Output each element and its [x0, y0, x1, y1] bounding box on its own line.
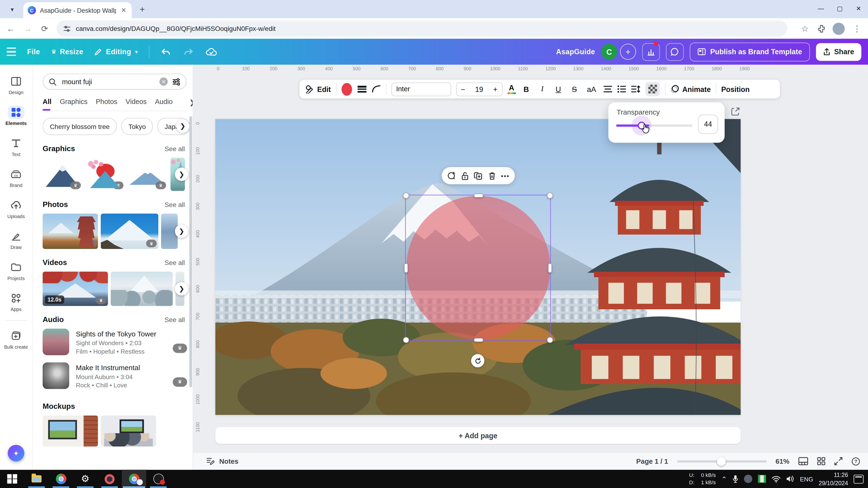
browser-profile-avatar[interactable] — [833, 22, 845, 35]
address-bar[interactable]: canva.com/design/DAGUQp__8G0/QFjcMiH5SOo… — [56, 21, 787, 36]
audio-see-all[interactable]: See all — [165, 316, 185, 323]
tab-photos[interactable]: Photos — [96, 98, 117, 110]
export-icon[interactable] — [731, 107, 740, 116]
graphics-see-all[interactable]: See all — [165, 145, 185, 153]
resize-handle-s[interactable] — [474, 338, 483, 342]
pages-view-button[interactable] — [798, 457, 808, 465]
window-maximize-icon[interactable]: ▢ — [830, 0, 849, 17]
new-tab-button[interactable]: + — [135, 2, 150, 17]
taskbar-file-explorer[interactable] — [24, 470, 49, 488]
chip-cherry-blossom-tree[interactable]: Cherry blossom tree — [43, 118, 117, 135]
sidebar-item-apps[interactable]: Apps — [0, 287, 31, 316]
bookmark-star-icon[interactable]: ☆ — [799, 24, 810, 33]
mockup-thumb[interactable] — [101, 416, 156, 447]
zoom-slider[interactable] — [677, 460, 767, 462]
graphic-thumb[interactable]: ♛ — [128, 158, 168, 191]
sidebar-item-brand[interactable]: co Brand — [0, 163, 31, 192]
browser-tab[interactable]: C AsapGuide - Desktop Wallpape ✕ — [23, 2, 132, 18]
sidebar-item-bulk-create[interactable]: Bulk create — [0, 325, 31, 354]
resize-handle-se[interactable] — [547, 337, 553, 343]
start-button[interactable] — [0, 470, 24, 488]
share-button[interactable]: Share — [816, 43, 861, 61]
resize-handle-n[interactable] — [474, 194, 483, 197]
edit-image-button[interactable]: Edit — [305, 85, 331, 94]
text-color-button[interactable]: BA — [507, 84, 516, 94]
transparency-value[interactable]: 44 — [698, 115, 718, 134]
list-icon[interactable] — [617, 85, 626, 93]
resize-handle-nw[interactable] — [403, 193, 409, 199]
taskbar-chrome[interactable] — [49, 470, 73, 488]
tray-clock-app-icon[interactable] — [744, 475, 752, 483]
chips-scroll-chevron-icon[interactable]: ❯ — [176, 120, 189, 133]
add-member-button[interactable]: + — [620, 44, 636, 60]
resize-handle-e[interactable] — [548, 263, 552, 273]
font-size-value[interactable]: 19 — [475, 85, 483, 93]
browser-menu-icon[interactable]: ⋮ — [851, 24, 863, 33]
panel-scrollbar[interactable] — [189, 116, 192, 387]
window-close-icon[interactable]: ✕ — [849, 0, 868, 17]
videos-next-chevron-icon[interactable]: ❯ — [175, 282, 188, 295]
underline-button[interactable]: U — [553, 85, 564, 93]
canvas-area[interactable]: 0100200300400500600700800900100011001200… — [193, 65, 868, 452]
comments-button[interactable] — [666, 43, 684, 61]
main-menu-icon[interactable] — [7, 47, 16, 56]
spacing-icon[interactable] — [631, 85, 640, 93]
insights-button[interactable] — [642, 43, 660, 61]
bold-button[interactable]: B — [521, 85, 532, 93]
zoom-slider-handle[interactable] — [717, 457, 726, 465]
clear-search-icon[interactable]: ✕ — [159, 77, 168, 86]
audio-item[interactable]: Sights of the Tokyo Tower Sight of Wonde… — [43, 329, 187, 355]
tab-graphics[interactable]: Graphics — [60, 98, 87, 110]
reload-icon[interactable]: ⟳ — [39, 24, 50, 33]
video-thumb[interactable]: 12.0s ♛ — [43, 271, 108, 306]
graphic-thumb[interactable]: ♛ — [43, 158, 83, 191]
border-style-icon[interactable] — [372, 85, 381, 93]
lock-icon[interactable] — [461, 171, 469, 180]
grid-view-button[interactable] — [817, 457, 825, 465]
graphics-next-chevron-icon[interactable]: ❯ — [175, 168, 188, 181]
canva-assistant-button[interactable]: ✦ — [8, 445, 24, 461]
publish-brand-template-button[interactable]: Publish as Brand Template — [690, 42, 810, 61]
font-family-selector[interactable]: Inter — [391, 82, 451, 96]
sidebar-item-projects[interactable]: Projects — [0, 256, 31, 286]
resize-handle-w[interactable] — [404, 263, 408, 273]
tab-audio[interactable]: Audio — [155, 98, 173, 110]
editing-mode-dropdown[interactable]: Editing ▾ — [94, 47, 138, 56]
tabs-scroll-chevron-icon[interactable]: ❯ — [189, 98, 193, 110]
audio-item[interactable]: Make It Instrumental Mount Auburn • 3:04… — [43, 362, 187, 389]
selection-box[interactable] — [405, 195, 551, 341]
file-menu[interactable]: File — [27, 47, 40, 56]
search-box[interactable]: ✕ — [43, 73, 187, 90]
more-options-icon[interactable]: ••• — [501, 172, 510, 180]
action-center-icon[interactable] — [854, 475, 864, 484]
undo-icon[interactable] — [161, 46, 172, 57]
sidebar-item-uploads[interactable]: Uploads — [0, 194, 31, 224]
notes-button[interactable]: Notes — [219, 457, 239, 465]
search-input[interactable] — [61, 77, 155, 86]
resize-handle-sw[interactable] — [403, 337, 409, 343]
tab-all[interactable]: All — [43, 98, 52, 110]
language-indicator[interactable]: ENG — [800, 476, 813, 482]
sidebar-item-elements[interactable]: Elements — [0, 101, 31, 130]
taskbar-settings[interactable]: ⚙ — [73, 470, 97, 488]
taskbar-chrome-active[interactable] — [122, 470, 146, 488]
extensions-icon[interactable] — [817, 24, 826, 33]
taskbar-obs[interactable] — [146, 470, 170, 488]
duplicate-icon[interactable] — [474, 171, 483, 180]
transparency-button[interactable] — [645, 82, 660, 96]
alignment-icon[interactable] — [603, 85, 612, 93]
volume-icon[interactable] — [786, 475, 795, 483]
photo-thumb[interactable]: ♛ — [101, 214, 158, 249]
border-weight-icon[interactable] — [357, 85, 367, 93]
microphone-icon[interactable] — [733, 475, 739, 483]
videos-see-all[interactable]: See all — [165, 259, 185, 266]
animate-button[interactable]: Animate — [670, 85, 711, 94]
strikethrough-button[interactable]: S — [569, 85, 580, 93]
back-icon[interactable]: ← — [5, 24, 16, 33]
font-size-increase[interactable]: + — [493, 85, 497, 93]
user-avatar[interactable]: C — [601, 44, 617, 60]
forward-icon[interactable]: → — [22, 24, 33, 33]
fullscreen-button[interactable] — [834, 457, 842, 465]
photo-thumb[interactable]: ♛ — [43, 214, 98, 249]
graphic-thumb[interactable]: ♛ — [85, 158, 125, 191]
